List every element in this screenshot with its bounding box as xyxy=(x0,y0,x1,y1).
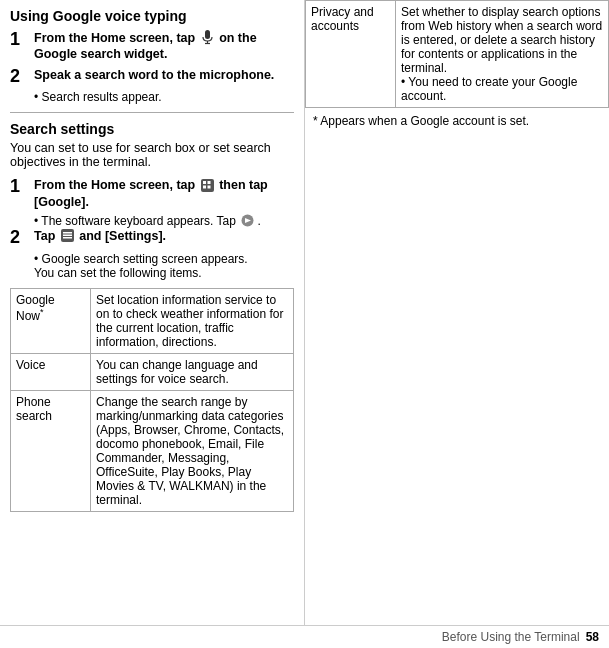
footer-text: Before Using the Terminal xyxy=(442,630,580,644)
search-settings-title: Search settings xyxy=(10,121,294,137)
footer-page: 58 xyxy=(586,630,599,644)
table-label-privacy: Privacy and accounts xyxy=(306,1,396,108)
ss-step2-text: Tap and [Settings]. xyxy=(34,228,166,244)
ss-step1-row: 1 From the Home screen, tap then tap [Go… xyxy=(10,177,294,210)
section-divider xyxy=(10,112,294,113)
ss-step2-bullet2: You can set the following items. xyxy=(34,266,294,280)
right-table-body: Privacy and accounts Set whether to disp… xyxy=(306,1,609,108)
step2-text: Speak a search word to the microphone. xyxy=(34,67,274,83)
ss-step1-text: From the Home screen, tap then tap [Goog… xyxy=(34,177,294,210)
svg-rect-9 xyxy=(63,232,72,234)
right-table: Privacy and accounts Set whether to disp… xyxy=(305,0,609,108)
table-label-voice: Voice xyxy=(11,353,91,390)
table-desc-voice: You can change language and settings for… xyxy=(91,353,294,390)
ss-step1-bullet: The software keyboard appears. Tap . xyxy=(34,214,294,228)
table-label-phonesearch: Phone search xyxy=(11,390,91,511)
left-column: Using Google voice typing 1 From the Hom… xyxy=(0,0,305,625)
table-desc-privacy: Set whether to display search options fr… xyxy=(396,1,609,108)
footer: Before Using the Terminal 58 xyxy=(0,625,609,648)
table-row-googlenow: Google Now* Set location information ser… xyxy=(11,288,294,353)
ss-step2-bullet1: • Google search setting screen appears. xyxy=(34,252,294,266)
step2-bullet: Search results appear. xyxy=(34,90,294,104)
table-row-privacy: Privacy and accounts Set whether to disp… xyxy=(306,1,609,108)
step1-number: 1 xyxy=(10,30,28,50)
svg-rect-10 xyxy=(63,235,72,237)
svg-rect-0 xyxy=(205,30,210,39)
superscript-googlenow: * xyxy=(40,307,44,317)
table-row-phonesearch: Phone search Change the search range by … xyxy=(11,390,294,511)
section-voice-typing: Using Google voice typing 1 From the Hom… xyxy=(10,8,294,104)
appears-note: * Appears when a Google account is set. xyxy=(313,114,601,128)
page-container: Using Google voice typing 1 From the Hom… xyxy=(0,0,609,648)
step1-row: 1 From the Home screen, tap on the Googl… xyxy=(10,30,294,63)
menu-icon xyxy=(61,229,74,242)
svg-rect-3 xyxy=(203,181,206,184)
table-row-voice: Voice You can change language and settin… xyxy=(11,353,294,390)
right-column-inner: Privacy and accounts Set whether to disp… xyxy=(305,0,609,128)
ss-step2-number: 2 xyxy=(10,228,28,248)
svg-rect-6 xyxy=(207,185,210,188)
content-area: Using Google voice typing 1 From the Hom… xyxy=(0,0,609,625)
table-desc-googlenow: Set location information service to on t… xyxy=(91,288,294,353)
svg-rect-4 xyxy=(207,181,210,184)
step2-number: 2 xyxy=(10,67,28,87)
ss-step2-row: 2 Tap and [Settings]. xyxy=(10,228,294,248)
table-desc-phonesearch: Change the search range by marking/unmar… xyxy=(91,390,294,511)
section-voice-title: Using Google voice typing xyxy=(10,8,294,24)
table-label-googlenow: Google Now* xyxy=(11,288,91,353)
mic-icon xyxy=(201,30,214,45)
search-settings-desc: You can set to use for search box or set… xyxy=(10,141,294,169)
ss-step1-number: 1 xyxy=(10,177,28,197)
arrow-icon xyxy=(241,214,254,227)
settings-table-body: Google Now* Set location information ser… xyxy=(11,288,294,511)
section-search-settings: Search settings You can set to use for s… xyxy=(10,121,294,280)
step1-text: From the Home screen, tap on the Google … xyxy=(34,30,294,63)
svg-rect-11 xyxy=(63,237,72,239)
svg-rect-5 xyxy=(203,185,206,188)
grid-icon xyxy=(201,179,214,192)
settings-table: Google Now* Set location information ser… xyxy=(10,288,294,512)
step2-row: 2 Speak a search word to the microphone. xyxy=(10,67,294,87)
right-column: Privacy and accounts Set whether to disp… xyxy=(305,0,609,625)
